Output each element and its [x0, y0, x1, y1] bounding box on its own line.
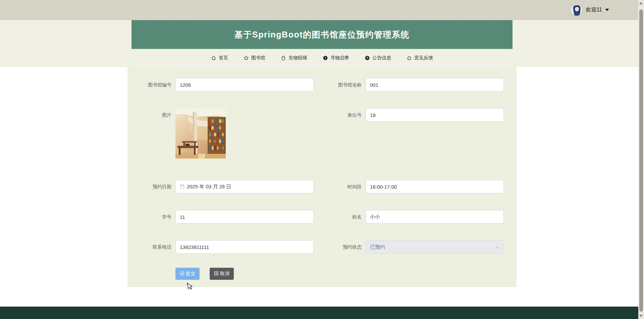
nav-item-label: 寻物启事	[330, 55, 349, 61]
reserve-date-value: 2025 年 03 月 26 日	[187, 184, 231, 190]
library-photo[interactable]	[175, 108, 226, 158]
student-name-input[interactable]	[366, 210, 504, 224]
student-no-label: 学号	[127, 210, 175, 224]
nav-item-label: 意见反馈	[414, 55, 433, 61]
home-icon	[211, 55, 216, 61]
texture-background	[0, 0, 644, 20]
home-icon	[407, 55, 412, 61]
nav-item-feedback[interactable]: 意见反馈	[407, 55, 433, 61]
seat-no-label: 座位号	[322, 108, 366, 122]
status-field: 预约状态 已预约	[322, 240, 517, 254]
footer	[0, 307, 644, 319]
student-name-label: 姓名	[322, 210, 366, 224]
nav-item-label: 图书馆	[251, 55, 265, 61]
time-slot-field: 时间段	[322, 180, 517, 193]
student-no-input[interactable]	[175, 210, 314, 224]
picture-label: 图片	[127, 108, 175, 122]
header: 基于SpringBoot的图书馆座位预约管理系统 首页 图书馆 失物招领	[0, 20, 644, 67]
nav-item-label: 首页	[219, 55, 228, 61]
form-row: 预约日期 2025 年 03 月 26 日 时间段	[127, 180, 517, 193]
submit-button[interactable]: 提交	[175, 268, 200, 280]
submit-button-label: 提交	[186, 271, 195, 277]
nav-item-label: 失物招领	[288, 55, 307, 61]
scroll-up-icon[interactable]	[639, 2, 643, 4]
reserve-date-input[interactable]: 2025 年 03 月 26 日	[175, 180, 314, 193]
vertical-scrollbar[interactable]	[638, 0, 644, 319]
time-slot-input[interactable]	[366, 180, 504, 193]
chevron-down-icon	[495, 244, 499, 250]
status-select[interactable]: 已预约	[366, 240, 504, 254]
main-nav: 首页 图书馆 失物招领 ! 寻物启事	[0, 49, 644, 67]
avatar[interactable]	[571, 4, 583, 16]
form-row: 图片	[127, 108, 517, 158]
bag-icon	[281, 55, 286, 61]
reserve-date-label: 预约日期	[127, 180, 175, 193]
picture-field: 图片	[127, 108, 322, 158]
form-row: 联系电话 预约状态 已预约	[127, 240, 517, 254]
student-no-field: 学号	[127, 210, 322, 224]
cancel-button-label: 取消	[220, 271, 229, 277]
library-name-field: 图书馆名称	[322, 78, 517, 91]
time-slot-label: 时间段	[322, 180, 366, 193]
question-circle-icon: ?	[365, 55, 370, 61]
welcome-text: 欢迎11	[586, 6, 602, 13]
form-row: 学号 姓名	[127, 210, 517, 224]
reserve-date-field: 预约日期 2025 年 03 月 26 日	[127, 180, 322, 193]
seat-no-input[interactable]	[366, 108, 504, 122]
info-circle-icon: !	[323, 55, 328, 61]
svg-text:?: ?	[366, 56, 368, 60]
seat-no-field: 座位号	[322, 108, 517, 158]
phone-label: 联系电话	[127, 240, 175, 254]
nav-item-announcements[interactable]: ? 公告信息	[365, 55, 391, 61]
chevron-down-icon[interactable]	[605, 9, 609, 11]
site-banner: 基于SpringBoot的图书馆座位预约管理系统	[131, 20, 513, 49]
library-no-field: 图书馆编号	[127, 78, 322, 91]
phone-field: 联系电话	[127, 240, 322, 254]
scrollbar-thumb[interactable]	[639, 9, 643, 312]
library-no-label: 图书馆编号	[127, 78, 175, 91]
cancel-button[interactable]: 取消	[210, 268, 234, 280]
library-no-input[interactable]	[175, 78, 314, 91]
form-actions: 提交 取消	[127, 268, 517, 280]
form-row: 图书馆编号 图书馆名称	[127, 78, 517, 91]
nav-item-label: 公告信息	[372, 55, 391, 61]
phone-input[interactable]	[175, 240, 314, 254]
star-icon	[244, 55, 249, 61]
library-name-label: 图书馆名称	[322, 78, 366, 91]
reservation-form-panel: 图书馆编号 图书馆名称 图片	[127, 67, 517, 287]
status-select-value: 已预约	[370, 244, 385, 250]
svg-text:!: !	[325, 56, 326, 60]
library-name-input[interactable]	[366, 78, 504, 91]
circle-check-icon	[180, 271, 184, 277]
student-name-field: 姓名	[322, 210, 517, 224]
nav-item-lost-found[interactable]: 失物招领	[281, 55, 307, 61]
close-square-icon	[214, 271, 219, 277]
user-menu[interactable]: 欢迎11	[571, 4, 609, 16]
status-label: 预约状态	[322, 240, 366, 254]
page-title: 基于SpringBoot的图书馆座位预约管理系统	[234, 29, 410, 40]
nav-item-home[interactable]: 首页	[211, 55, 228, 61]
calendar-icon	[180, 184, 184, 190]
main-content: 图书馆编号 图书馆名称 图片	[0, 67, 644, 307]
scroll-down-icon[interactable]	[639, 315, 643, 317]
top-bar: 欢迎11	[0, 0, 644, 20]
nav-item-library[interactable]: 图书馆	[244, 55, 265, 61]
nav-item-found-notice[interactable]: ! 寻物启事	[323, 55, 349, 61]
